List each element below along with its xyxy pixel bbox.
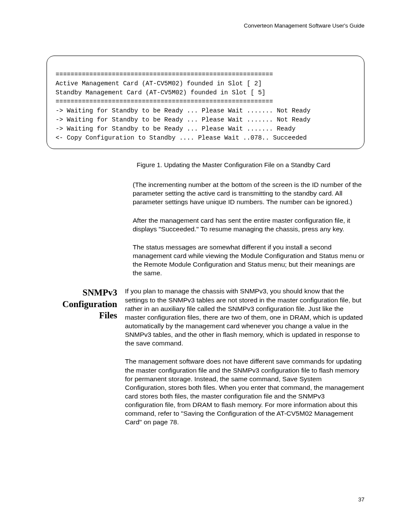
terminal-line: -> Waiting for Standby to be Ready ... P…	[56, 116, 311, 123]
terminal-output: ========================================…	[47, 56, 364, 149]
terminal-line: -> Waiting for Standby to be Ready ... P…	[56, 125, 296, 132]
terminal-line: <- Copy Configuration to Standby .... Pl…	[56, 134, 307, 141]
body-paragraph: (The incrementing number at the bottom o…	[133, 180, 364, 206]
terminal-line: ========================================…	[56, 71, 273, 78]
body-paragraph: The management software does not have di…	[125, 357, 364, 426]
page-number: 37	[358, 496, 364, 503]
body-paragraph: After the management card has sent the e…	[133, 216, 364, 233]
section-heading: SNMPv3 Configuration Files	[47, 287, 125, 436]
terminal-line: -> Waiting for Standby to be Ready ... P…	[56, 107, 311, 114]
section-body: If you plan to manage the chassis with S…	[125, 287, 364, 436]
section-snmpv3: SNMPv3 Configuration Files If you plan t…	[47, 287, 364, 436]
heading-line: Files	[47, 310, 117, 321]
terminal-line: ========================================…	[56, 98, 273, 105]
terminal-line: Active Management Card (AT-CV5M02) found…	[56, 80, 262, 87]
page-header: Converteon Management Software User's Gu…	[47, 22, 364, 29]
terminal-line: Standby Management Card (AT-CV5M02) foun…	[56, 89, 265, 96]
heading-line: Configuration	[47, 299, 117, 310]
body-paragraph: If you plan to manage the chassis with S…	[125, 287, 364, 348]
figure-caption: Figure 1. Updating the Master Configurat…	[103, 161, 364, 168]
heading-line: SNMPv3	[47, 287, 117, 298]
body-paragraph: The status messages are somewhat differe…	[133, 243, 364, 278]
